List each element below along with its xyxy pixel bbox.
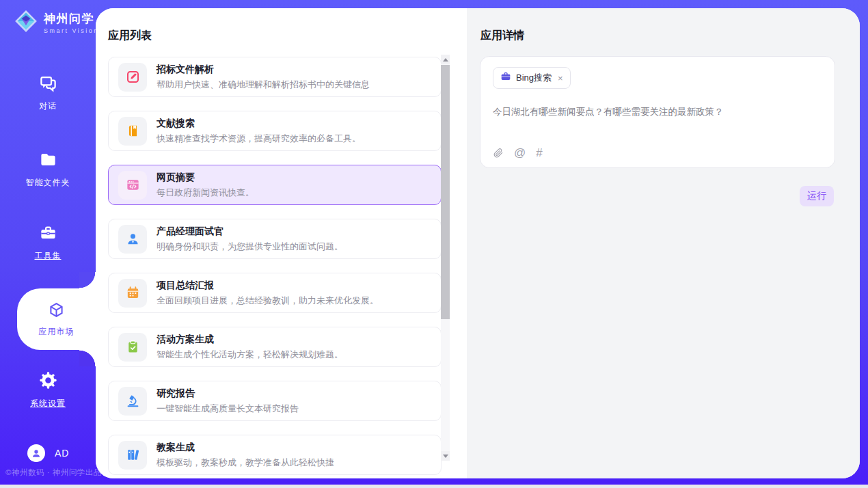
scroll-up-button[interactable] [441, 55, 450, 64]
tool-tag-bing-search[interactable]: Bing搜索 × [493, 67, 571, 89]
hash-topic-icon[interactable]: # [536, 147, 542, 159]
brand-diamond-icon [14, 9, 38, 36]
at-mention-icon[interactable]: @ [514, 147, 526, 159]
sidebar-item-toolset[interactable]: 工具集 [0, 223, 96, 262]
browser-code-icon [118, 171, 147, 200]
scroll-down-button[interactable] [441, 451, 450, 461]
main-content: 应用列表 招标文件解析 帮助用户快速、准确地理解和解析招标书中的关键信息 文献搜… [96, 8, 860, 478]
calendar-icon [118, 279, 147, 308]
app-card-1[interactable]: 招标文件解析 帮助用户快速、准确地理解和解析招标书中的关键信息 [108, 57, 442, 97]
app-card-5[interactable]: 项目总结汇报 全面回顾项目进展，总结经验教训，助力未来优化发展。 [108, 273, 442, 313]
app-card-3[interactable]: 网页摘要 每日政府新闻资讯快查。 [108, 165, 442, 205]
prompt-actions: @# [493, 147, 543, 159]
app-card-8[interactable]: 教案生成 模板驱动，教案秒成，教学准备从此轻松快捷 [108, 435, 442, 475]
app-card-4[interactable]: 产品经理面试官 明确身份和职责，为您提供专业性的面试问题。 [108, 219, 442, 259]
books-icon [118, 441, 147, 470]
prompt-card: Bing搜索 × 今日湖北有哪些新闻要点？有哪些需要关注的最新政策？ @# [480, 56, 835, 168]
app-card-7[interactable]: 研究报告 一键智能生成高质量长文本研究报告 [108, 381, 442, 421]
paperclip-attach-icon[interactable] [493, 148, 504, 159]
app-frame: 神州问学 Smart Vision 对话 智能文件夹 工具集 应用市场 系统设置… [0, 0, 868, 485]
triangle-up-icon [443, 58, 448, 62]
scrollbar-thumb[interactable] [441, 65, 450, 319]
cube-icon [47, 301, 66, 322]
sidebar-item-smart-folder[interactable]: 智能文件夹 [0, 150, 96, 189]
user-label: AD [55, 448, 69, 459]
sidebar-item-app-market[interactable]: 应用市场 [17, 288, 96, 350]
sidebar-footer: ©神州数码 · 神州问学出品 [5, 467, 102, 478]
app-list-title: 应用列表 [108, 29, 152, 43]
sidebar-item-settings[interactable]: 系统设置 [0, 371, 96, 409]
book-icon [118, 117, 147, 146]
microscope-icon [118, 387, 147, 416]
tool-tag-label: Bing搜索 [516, 72, 552, 84]
app-card-6[interactable]: 活动方案生成 智能生成个性化活动方案，轻松解决规划难题。 [108, 327, 442, 367]
brand-logo: 神州问学 Smart Vision [14, 9, 99, 36]
app-list-panel: 应用列表 招标文件解析 帮助用户快速、准确地理解和解析招标书中的关键信息 文献搜… [96, 8, 467, 478]
app-detail-title: 应用详情 [480, 29, 524, 43]
app-detail-panel: 应用详情 Bing搜索 × 今日湖北有哪些新闻要点？有哪些需要关注的最新政策？ … [467, 8, 860, 478]
user-account[interactable]: AD [27, 444, 69, 462]
app-card-list: 招标文件解析 帮助用户快速、准确地理解和解析招标书中的关键信息 文献搜索 快速精… [108, 57, 442, 478]
list-scrollbar[interactable] [441, 55, 450, 461]
run-button[interactable]: 运行 [800, 186, 834, 206]
brand-name: 神州问学 [44, 11, 99, 27]
briefcase-icon [500, 71, 511, 85]
sidebar-item-chat[interactable]: 对话 [0, 74, 96, 112]
brand-subtitle: Smart Vision [44, 27, 99, 34]
gear-icon [39, 371, 57, 392]
prompt-text[interactable]: 今日湖北有哪些新闻要点？有哪些需要关注的最新政策？ [493, 105, 822, 119]
toolbox-icon [39, 223, 57, 245]
clipboard-check-icon [118, 333, 147, 362]
folder-icon [39, 150, 57, 172]
tag-close-icon[interactable]: × [558, 73, 563, 83]
avatar [27, 444, 45, 462]
chat-bubbles-icon [39, 74, 57, 95]
edit-square-icon [118, 63, 147, 92]
person-icon [118, 225, 147, 254]
triangle-down-icon [443, 455, 448, 458]
app-card-2[interactable]: 文献搜索 快速精准查找学术资源，提高研究效率的必备工具。 [108, 111, 442, 151]
